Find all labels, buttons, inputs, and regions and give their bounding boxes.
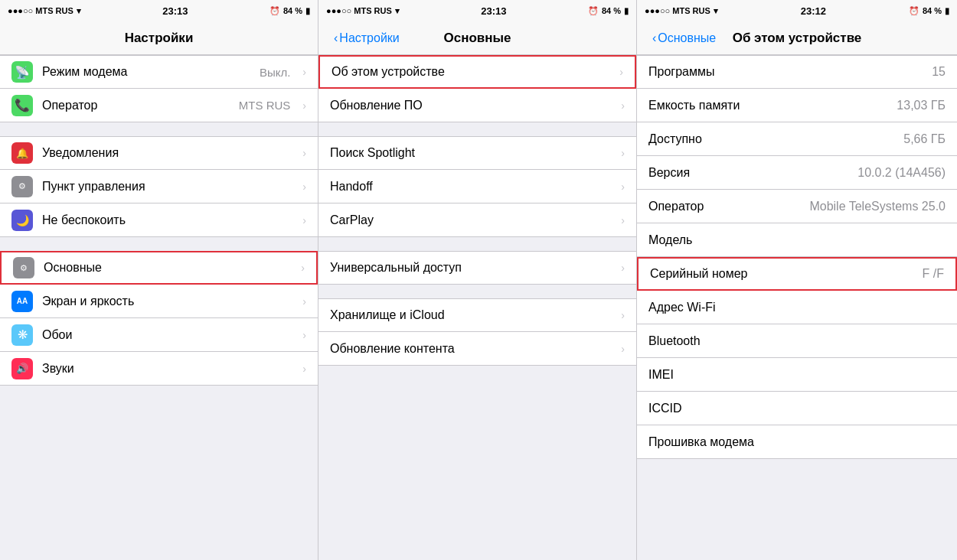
label-capacity: Емкость памяти: [648, 99, 890, 112]
gap-2a: [318, 122, 636, 136]
plain-item-about[interactable]: Об этом устройстве ›: [318, 55, 636, 89]
section-group-2d: Хранилище и iCloud › Обновление контента…: [318, 298, 636, 366]
value-operator3: Mobile TeleSystems 25.0: [809, 200, 946, 213]
status-battery-2: ⏰ 84 % ▮: [588, 6, 629, 16]
label-operator: Оператор: [42, 99, 230, 112]
nav-bar-3: ‹ Основные Об этом устройстве: [637, 21, 957, 55]
settings-item-dnd[interactable]: 🌙 Не беспокоить ›: [0, 203, 318, 237]
section-group-2: 🔔 Уведомления › ⚙ Пункт управления › 🌙 Н…: [0, 136, 318, 237]
icon-display: AA: [11, 291, 33, 312]
value-serial: F /F: [923, 267, 944, 281]
section-group-2a: Об этом устройстве › Обновление ПО ›: [318, 55, 636, 122]
back-label-2: Настройки: [339, 31, 399, 45]
chevron-modem: ›: [302, 66, 306, 78]
back-button-2[interactable]: ‹ Настройки: [334, 31, 400, 45]
settings-item-general[interactable]: ⚙ Основные ›: [0, 251, 318, 285]
label-accessibility: Универсальный доступ: [330, 261, 618, 275]
label-about: Об этом устройстве: [332, 65, 616, 79]
label-dnd: Не беспокоить: [42, 213, 290, 227]
gap-2b: [318, 237, 636, 251]
panel-about: ●●●○○ MTS RUS ▾ 23:12 ⏰ 84 % ▮ ‹ Основны…: [637, 0, 957, 560]
plain-item-content-update[interactable]: Обновление контента ›: [318, 332, 636, 366]
label-programs: Программы: [648, 65, 926, 79]
detail-item-capacity: Емкость памяти 13,03 ГБ: [637, 89, 957, 122]
chevron-operator: ›: [302, 99, 306, 112]
plain-item-handoff[interactable]: Handoff ›: [318, 170, 636, 203]
battery-percent-2: 84 %: [602, 6, 621, 15]
section-group-1: 📡 Режим модема Выкл. › 📞 Оператор MTS RU…: [0, 55, 318, 122]
detail-item-operator3: Оператор Mobile TeleSystems 25.0: [637, 190, 957, 223]
label-icloud-storage: Хранилище и iCloud: [330, 308, 618, 322]
status-time-2: 23:13: [481, 5, 506, 17]
status-carrier-3: ●●●○○ MTS RUS ▾: [645, 6, 718, 16]
signal-3: ●●●○○ MTS RUS: [645, 6, 710, 15]
label-display: Экран и яркость: [42, 295, 290, 308]
battery-icon-2: ▮: [624, 6, 629, 16]
settings-item-operator[interactable]: 📞 Оператор MTS RUS ›: [0, 89, 318, 122]
label-model: Модель: [648, 233, 939, 247]
label-spotlight: Поиск Spotlight: [330, 146, 618, 160]
nav-bar-2: ‹ Настройки Основные: [318, 21, 636, 55]
signal-2: ●●●○○ MTS RUS: [326, 6, 392, 15]
gap-2: [0, 237, 318, 251]
icon-general: ⚙: [13, 257, 34, 278]
settings-item-wallpaper[interactable]: ❋ Обои ›: [0, 318, 318, 352]
section-group-2c: Универсальный доступ ›: [318, 251, 636, 285]
label-wifi: Адрес Wi-Fi: [648, 301, 939, 314]
settings-list-1: 📡 Режим модема Выкл. › 📞 Оператор MTS RU…: [0, 55, 318, 560]
value-operator: MTS RUS: [239, 99, 291, 112]
icon-dnd: 🌙: [11, 210, 33, 231]
status-carrier-2: ●●●○○ MTS RUS ▾: [326, 6, 400, 16]
status-battery-3: ⏰ 84 % ▮: [909, 6, 949, 16]
panel-general: ●●●○○ MTS RUS ▾ 23:13 ⏰ 84 % ▮ ‹ Настрой…: [318, 0, 637, 560]
label-iccid: ICCID: [648, 402, 939, 415]
settings-item-control-center[interactable]: ⚙ Пункт управления ›: [0, 170, 318, 203]
label-sounds: Звуки: [42, 362, 290, 376]
settings-item-sounds[interactable]: 🔊 Звуки ›: [0, 352, 318, 386]
settings-item-modem[interactable]: 📡 Режим модема Выкл. ›: [0, 55, 318, 89]
chevron-dnd: ›: [302, 214, 306, 226]
icon-modem: 📡: [11, 61, 33, 83]
settings-item-display[interactable]: AA Экран и яркость ›: [0, 285, 318, 318]
chevron-about: ›: [619, 66, 623, 78]
plain-item-update[interactable]: Обновление ПО ›: [318, 89, 636, 122]
value-version: 10.0.2 (14A456): [857, 166, 946, 180]
plain-item-accessibility[interactable]: Универсальный доступ ›: [318, 251, 636, 285]
detail-item-bluetooth: Bluetooth: [637, 324, 957, 358]
label-notifications: Уведомления: [42, 146, 290, 160]
nav-bar-1: Настройки: [0, 21, 318, 55]
icon-wallpaper: ❋: [11, 324, 33, 346]
back-button-3[interactable]: ‹ Основные: [652, 31, 716, 45]
wifi-icon-1: ▾: [77, 6, 81, 16]
chevron-icloud-storage: ›: [621, 309, 625, 321]
back-chevron-2: ‹: [334, 31, 338, 45]
chevron-carplay: ›: [621, 214, 625, 226]
alarm-icon-3: ⏰: [909, 6, 919, 16]
detail-item-programs: Программы 15: [637, 55, 957, 89]
detail-item-imei: IMEI: [637, 358, 957, 392]
label-wallpaper: Обои: [42, 328, 290, 342]
detail-item-wifi: Адрес Wi-Fi: [637, 291, 957, 324]
label-serial: Серийный номер: [650, 267, 916, 281]
section-group-2b: Поиск Spotlight › Handoff › CarPlay ›: [318, 136, 636, 237]
chevron-sounds: ›: [302, 363, 306, 375]
status-carrier-1: ●●●○○ MTS RUS ▾: [8, 6, 81, 16]
icon-sounds: 🔊: [11, 358, 33, 379]
battery-icon-3: ▮: [945, 6, 949, 16]
chevron-spotlight: ›: [621, 147, 625, 159]
value-modem: Выкл.: [260, 66, 290, 79]
plain-item-spotlight[interactable]: Поиск Spotlight ›: [318, 136, 636, 170]
detail-item-modem-fw: Прошивка модема: [637, 425, 957, 459]
nav-title-2: Основные: [443, 31, 511, 46]
label-carplay: CarPlay: [330, 213, 618, 227]
section-group-3: ⚙ Основные › AA Экран и яркость › ❋ Обои…: [0, 251, 318, 386]
battery-icon-1: ▮: [305, 6, 310, 16]
settings-item-notifications[interactable]: 🔔 Уведомления ›: [0, 136, 318, 170]
nav-title-1: Настройки: [125, 31, 194, 46]
value-capacity: 13,03 ГБ: [897, 99, 946, 112]
plain-item-icloud-storage[interactable]: Хранилище и iCloud ›: [318, 298, 636, 332]
plain-item-carplay[interactable]: CarPlay ›: [318, 203, 636, 237]
icon-control-center: ⚙: [11, 176, 33, 197]
alarm-icon-1: ⏰: [269, 6, 280, 16]
label-version: Версия: [648, 166, 851, 180]
